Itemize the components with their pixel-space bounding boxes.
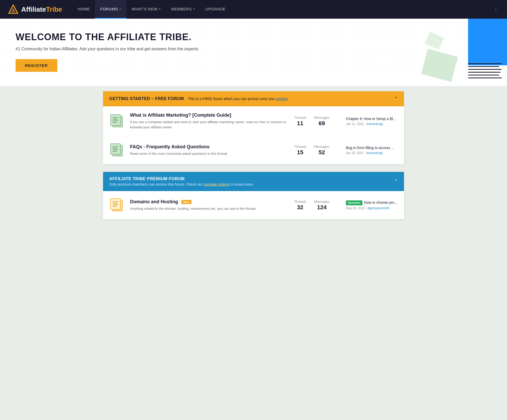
navbar: AffiliateTribe HOME FORUMS ▾ WHAT'S NEW … xyxy=(0,0,507,19)
forum-icon-stack-1 xyxy=(110,114,124,128)
latest-author-faqs[interactable]: kulwantnagi xyxy=(366,151,383,155)
messages-label-faqs: Messages xyxy=(314,145,330,149)
messages-value-affiliate: 69 xyxy=(314,120,330,127)
free-forum-header: GETTING STARTED – FREE FORUM This is a F… xyxy=(103,91,404,106)
nav-item-home[interactable]: HOME xyxy=(72,0,95,19)
latest-title-affiliate: Chapter 6: How to Setup a Bl... xyxy=(346,116,398,121)
nav-items: HOME FORUMS ▾ WHAT'S NEW ▾ MEMBERS ▾ UPG… xyxy=(72,0,231,19)
forum-item-faqs: FAQs - Frequently Asked Questions Read s… xyxy=(103,136,404,164)
latest-meta-affiliate: Jan 11, 2021 · kulwantnagi xyxy=(346,122,398,126)
threads-value-faqs: 15 xyxy=(294,149,306,156)
forum-icon-lines-2 xyxy=(111,145,120,153)
nav-item-forums[interactable]: FORUMS ▾ xyxy=(95,0,126,19)
messages-value-faqs: 52 xyxy=(314,149,330,156)
icon-line xyxy=(113,146,118,147)
badge-new: New xyxy=(181,200,191,204)
icon-line xyxy=(113,203,117,204)
icon-line xyxy=(113,151,117,152)
free-forum-register-link[interactable]: register. xyxy=(276,97,289,101)
forum-latest-affiliate: Chapter 6: How to Setup a Bl... Jan 11, … xyxy=(346,116,398,126)
forum-latest-faqs: Bug in form filling to access ... Apr 29… xyxy=(346,145,398,155)
forum-latest-domains: QuestionHow to choose pro... May 19, 202… xyxy=(346,200,398,210)
threads-value-affiliate: 11 xyxy=(294,120,306,127)
premium-forum-header-left: AFFILIATE TRIBE PREMIUM FORUM Only premi… xyxy=(109,177,254,186)
premium-forum-header: AFFILIATE TRIBE PREMIUM FORUM Only premi… xyxy=(103,172,404,191)
forum-desc-domains: Anything related to the domain, hosting,… xyxy=(130,206,289,211)
premium-forum-title: AFFILIATE TRIBE PREMIUM FORUM xyxy=(109,177,254,181)
premium-forum-collapse-icon[interactable]: ⌃ xyxy=(394,179,398,184)
forum-name-affiliate[interactable]: What is Affiliate Marketing? [Complete G… xyxy=(130,113,289,118)
latest-title-domains: QuestionHow to choose pro... xyxy=(346,200,398,205)
nav-more-button[interactable]: › xyxy=(492,7,499,12)
threads-stat-affiliate: Threads 11 xyxy=(294,116,306,127)
forum-icon-stack-2 xyxy=(110,143,124,157)
nav-item-upgrade[interactable]: UPGRADE xyxy=(200,0,231,19)
forum-info-faqs: FAQs - Frequently Asked Questions Read s… xyxy=(130,144,289,156)
nav-item-members[interactable]: MEMBERS ▾ xyxy=(166,0,200,19)
free-forum-collapse-icon[interactable]: ⌃ xyxy=(394,96,398,102)
free-forum-subtitle: This is a FREE forum which you can acces… xyxy=(188,97,289,101)
icon-line xyxy=(113,201,118,202)
threads-stat-faqs: Threads 15 xyxy=(294,145,306,156)
forum-icon-stack-3 xyxy=(110,198,124,212)
latest-title-faqs: Bug in form filling to access ... xyxy=(346,145,398,150)
latest-author-affiliate[interactable]: kulwantnagi xyxy=(366,122,383,126)
messages-label: Messages xyxy=(314,116,330,120)
icon-line xyxy=(113,150,118,150)
icon-line xyxy=(113,206,117,207)
latest-author-domains[interactable]: dgamarpura345 xyxy=(367,206,389,210)
forum-stats-faqs: Threads 15 Messages 52 xyxy=(294,145,341,156)
badge-question: Question xyxy=(346,200,362,205)
free-forum-header-left: GETTING STARTED – FREE FORUM This is a F… xyxy=(109,96,289,101)
messages-stat-domains: Messages 124 xyxy=(314,200,330,211)
threads-value-domains: 32 xyxy=(294,204,306,211)
forum-desc-affiliate: If you are a complete newbie and want to… xyxy=(130,120,289,130)
forum-icon-faqs xyxy=(109,142,125,158)
premium-forum-section: AFFILIATE TRIBE PREMIUM FORUM Only premi… xyxy=(103,172,404,219)
threads-stat-domains: Threads 32 xyxy=(294,200,306,211)
forum-desc-faqs: Read some of the most commonly asked que… xyxy=(130,151,289,156)
forum-item-domains: Domains and Hosting New Anything related… xyxy=(103,191,404,219)
brand-logo-icon xyxy=(8,4,19,15)
free-forum-section: GETTING STARTED – FREE FORUM This is a F… xyxy=(103,91,404,164)
hero-content: WELCOME TO THE AFFILIATE TRIBE. #1 Commu… xyxy=(0,19,507,86)
free-forum-container: What is Affiliate Marketing? [Complete G… xyxy=(103,106,404,164)
forum-icon-lines-3 xyxy=(111,200,120,208)
nav-item-whats-new[interactable]: WHAT'S NEW ▾ xyxy=(126,0,166,19)
threads-label-faqs: Threads xyxy=(294,145,306,149)
messages-stat-affiliate: Messages 69 xyxy=(314,116,330,127)
brand-name: AffiliateTribe xyxy=(21,5,62,13)
latest-meta-faqs: Apr 29, 2021 · kulwantnagi xyxy=(346,151,398,155)
free-forum-title: GETTING STARTED – FREE FORUM xyxy=(109,96,184,101)
forum-stats-domains: Threads 32 Messages 124 xyxy=(294,200,341,211)
forum-icon-front-1 xyxy=(110,114,121,126)
forum-icon-front-2 xyxy=(110,143,121,155)
forum-info-affiliate: What is Affiliate Marketing? [Complete G… xyxy=(130,113,289,130)
brand-logo[interactable]: AffiliateTribe xyxy=(8,4,62,15)
forum-name-domains[interactable]: Domains and Hosting New xyxy=(130,199,289,205)
forum-name-faqs[interactable]: FAQs - Frequently Asked Questions xyxy=(130,144,289,150)
premium-forum-container: Domains and Hosting New Anything related… xyxy=(103,191,404,219)
latest-meta-domains: May 19, 2021 · dgamarpura345 xyxy=(346,206,398,210)
icon-line xyxy=(113,121,118,121)
forum-stats-affiliate: Threads 11 Messages 69 xyxy=(294,116,341,127)
icon-line xyxy=(113,122,117,123)
threads-label-domains: Threads xyxy=(294,200,306,204)
register-button[interactable]: REGISTER xyxy=(16,59,57,72)
messages-label-domains: Messages xyxy=(314,200,330,204)
hero-title: WELCOME TO THE AFFILIATE TRIBE. xyxy=(16,32,491,43)
icon-line xyxy=(113,148,117,149)
forum-icon-domains xyxy=(109,197,125,213)
hero-subtitle: #1 Community for Indian Affiliates. Ask … xyxy=(16,47,491,51)
messages-stat-faqs: Messages 52 xyxy=(314,145,330,156)
forum-icon-affiliate xyxy=(109,113,125,129)
whats-new-dropdown-arrow: ▾ xyxy=(159,7,161,11)
icon-line xyxy=(113,117,118,118)
icon-line xyxy=(113,119,117,120)
forum-info-domains: Domains and Hosting New Anything related… xyxy=(130,199,289,211)
premium-upgrade-link[interactable]: upgrade options xyxy=(204,182,230,186)
members-dropdown-arrow: ▾ xyxy=(193,7,195,11)
forum-item-affiliate-marketing: What is Affiliate Marketing? [Complete G… xyxy=(103,106,404,136)
threads-label: Threads xyxy=(294,116,306,120)
forum-icon-front-orange xyxy=(110,198,121,210)
